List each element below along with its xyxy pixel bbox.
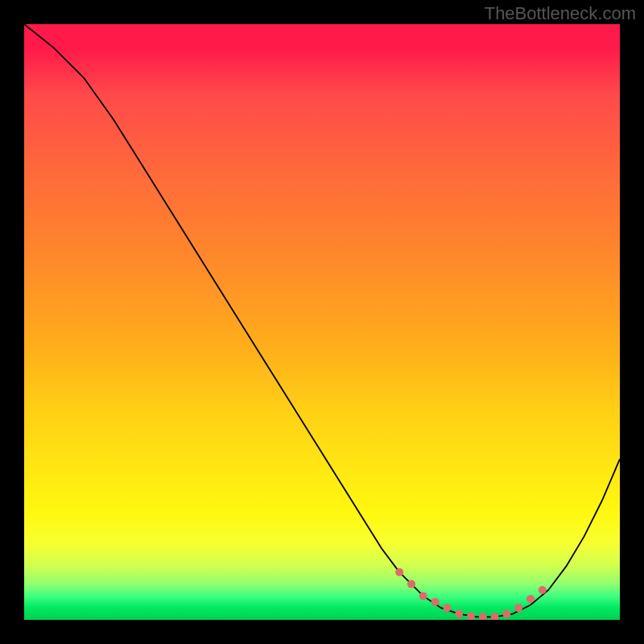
svg-point-9 [502,610,510,618]
svg-point-10 [514,604,522,612]
svg-point-3 [431,598,440,606]
svg-point-7 [479,613,487,620]
svg-point-6 [467,613,475,620]
svg-point-1 [407,580,415,588]
svg-point-8 [491,613,499,620]
svg-point-0 [395,568,403,576]
svg-point-5 [455,610,463,618]
svg-point-4 [443,604,451,612]
optimal-range-dots [24,24,620,620]
svg-point-11 [526,595,535,603]
chart-plot-area [24,24,620,620]
watermark-text: TheBottleneck.com [485,3,636,24]
svg-point-12 [539,586,547,594]
svg-point-2 [419,592,427,600]
